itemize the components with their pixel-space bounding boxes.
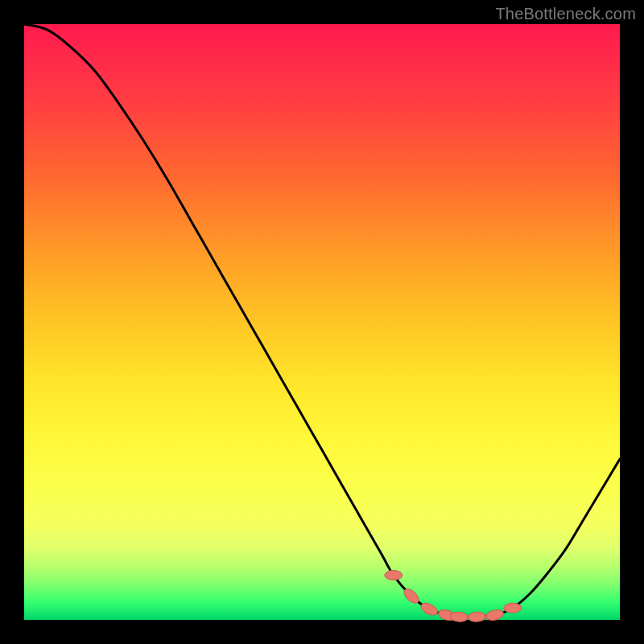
chart-frame: TheBottleneck.com bbox=[0, 0, 644, 644]
optimum-marker bbox=[450, 612, 469, 622]
optimum-marker bbox=[504, 603, 522, 613]
watermark-text: TheBottleneck.com bbox=[495, 5, 636, 23]
optimum-marker bbox=[419, 601, 440, 617]
optimum-marker bbox=[385, 571, 402, 580]
optimum-marker bbox=[468, 612, 486, 622]
optimum-markers-group bbox=[385, 571, 522, 622]
optimum-marker bbox=[485, 609, 504, 622]
bottleneck-curve bbox=[24, 24, 620, 617]
chart-svg bbox=[0, 0, 644, 644]
